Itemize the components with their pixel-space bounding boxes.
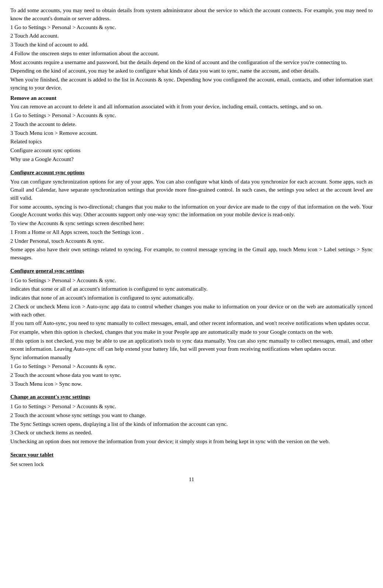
- change-heading: Change an account's sync settings: [10, 393, 373, 401]
- step3-change: The Sync Settings screen opens, displayi…: [10, 420, 373, 428]
- step1-general: 1 Go to Settings > Personal > Accounts &…: [10, 277, 373, 285]
- general-sync-heading: Configure general sync settings: [10, 267, 373, 275]
- if-turn-off: If you turn off Auto-sync, you need to s…: [10, 319, 373, 328]
- step3-sync-manual: 3 Touch Menu icon > Sync now.: [10, 380, 373, 388]
- configure-link: Configure account sync options: [10, 147, 373, 155]
- when-finished: When you're finished, the account is add…: [10, 76, 373, 92]
- step4-change: 3 Check or uncheck items as needed.: [10, 429, 373, 437]
- unchecking: Unchecking an option does not remove the…: [10, 438, 373, 446]
- remove-para: You can remove an account to delete it a…: [10, 103, 373, 111]
- step3-add: 3 Touch the kind of account to add.: [10, 41, 373, 49]
- page-content: To add some accounts, you may need to ob…: [10, 7, 373, 484]
- step2-view: 2 Under Personal, touch Accounts & sync.: [10, 237, 373, 245]
- most-accounts: Most accounts require a username and pas…: [10, 59, 373, 67]
- step1-add: 1 Go to Settings > Personal > Accounts &…: [10, 24, 373, 32]
- page-number: 11: [10, 476, 373, 484]
- some-apps: Some apps also have their own settings r…: [10, 246, 373, 262]
- step3-remove: 3 Touch Menu icon > Remove account.: [10, 129, 373, 137]
- configure-para1: You can configure synchronization option…: [10, 178, 373, 202]
- step2-general: 2 Check or uncheck Menu icon > Auto-sync…: [10, 303, 373, 319]
- step2-change: 2 Touch the account whose sync settings …: [10, 412, 373, 420]
- configure-heading: Configure account sync options: [10, 169, 373, 177]
- if-not-checked: If this option is not checked, you may b…: [10, 337, 373, 353]
- secure-heading: Secure your tablet: [10, 451, 373, 459]
- step1-remove: 1 Go to Settings > Personal > Accounts &…: [10, 112, 373, 120]
- step4-add: 4 Follow the onscreen steps to enter inf…: [10, 50, 373, 58]
- to-view: To view the Accounts & sync settings scr…: [10, 220, 373, 228]
- step2-sync-manual: 2 Touch the account whose data you want …: [10, 371, 373, 379]
- for-example-checked: For example, when this option is checked…: [10, 328, 373, 336]
- intro-para1: To add some accounts, you may need to ob…: [10, 7, 373, 23]
- step2-add: 2 Touch Add account.: [10, 32, 373, 40]
- indicates1: indicates that some or all of an account…: [10, 285, 373, 293]
- sync-manually: Sync information manually: [10, 354, 373, 362]
- remove-heading: Remove an account: [10, 94, 373, 102]
- why-google: Why use a Google Account?: [10, 155, 373, 164]
- step1-change: 1 Go to Settings > Personal > Accounts &…: [10, 403, 373, 411]
- step2-remove: 2 Touch the account to delete.: [10, 120, 373, 129]
- set-screen-lock: Set screen lock: [10, 461, 373, 469]
- step1-sync-manual: 1 Go to Settings > Personal > Accounts &…: [10, 363, 373, 371]
- related-topics: Related topics: [10, 138, 373, 146]
- depending: Depending on the kind of account, you ma…: [10, 67, 373, 75]
- configure-para2: For some accounts, syncing is two-direct…: [10, 203, 373, 219]
- indicates2: indicates that none of an account's info…: [10, 294, 373, 302]
- step1-view: 1 From a Home or All Apps screen, touch …: [10, 228, 373, 237]
